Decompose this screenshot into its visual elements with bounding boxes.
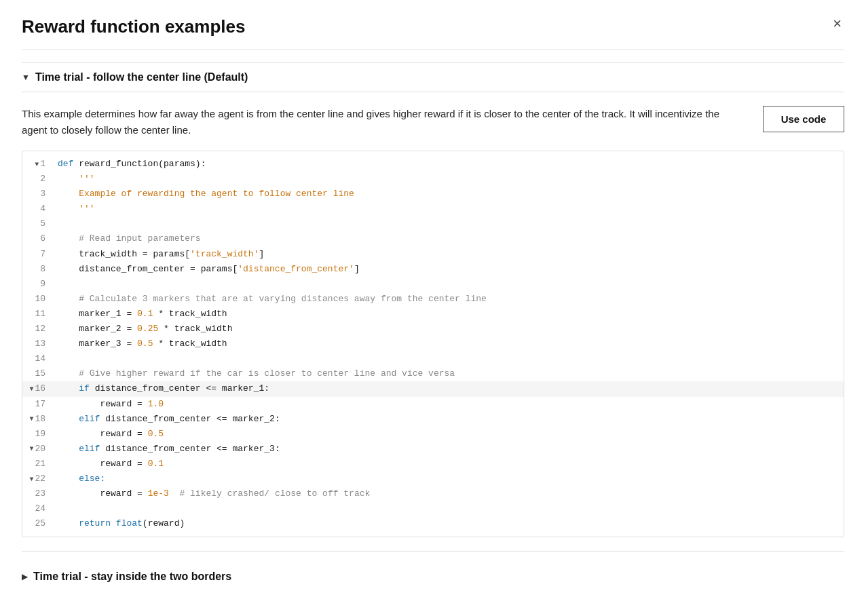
- line-num: 2: [22, 172, 52, 187]
- line-code: reward = 0.1: [52, 457, 844, 471]
- code-block: ▼1 def reward_function(params): 2 ''' 3: [22, 151, 844, 537]
- line-num: 24: [22, 501, 52, 516]
- section-2-header[interactable]: ▶ Time trial - stay inside the two borde…: [22, 562, 844, 583]
- arrow-icon: ▼: [35, 159, 39, 170]
- table-row: ▼18 elif distance_from_center <= marker_…: [22, 412, 844, 427]
- line-code: [52, 501, 844, 516]
- line-code: # Give higher reward if the car is close…: [52, 366, 844, 381]
- arrow-icon: ▼: [29, 413, 33, 425]
- table-row: 3 Example of rewarding the agent to foll…: [22, 187, 844, 201]
- table-row: ▼16 if distance_from_center <= marker_1:: [22, 381, 844, 396]
- line-num: 17: [22, 397, 52, 412]
- line-code: Example of rewarding the agent to follow…: [52, 187, 844, 201]
- line-code: marker_3 = 0.5 * track_width: [52, 336, 844, 351]
- line-num: 21: [22, 457, 52, 471]
- table-row: 19 reward = 0.5: [22, 427, 844, 442]
- table-row: 4 ''': [22, 201, 844, 216]
- table-row: 2 ''': [22, 172, 844, 187]
- line-code: reward = 1.0: [52, 397, 844, 412]
- line-num: 12: [22, 322, 52, 336]
- arrow-icon: ▼: [29, 474, 33, 485]
- close-button[interactable]: ×: [830, 16, 844, 31]
- table-row: 21 reward = 0.1: [22, 457, 844, 471]
- table-row: 11 marker_1 = 0.1 * track_width: [22, 307, 844, 322]
- line-num: 14: [22, 351, 52, 366]
- line-num: 6: [22, 231, 52, 246]
- line-num: ▼22: [22, 471, 52, 486]
- line-num: 25: [22, 516, 52, 531]
- line-num: 9: [22, 277, 52, 292]
- line-num: 10: [22, 292, 52, 307]
- line-code: [52, 216, 844, 231]
- description-row: This example determines how far away the…: [22, 106, 844, 138]
- table-row: 5: [22, 216, 844, 231]
- line-code: reward = 1e-3 # likely crashed/ close to…: [52, 486, 844, 501]
- line-num: ▼20: [22, 442, 52, 457]
- section-2: ▶ Time trial - stay inside the two borde…: [22, 551, 844, 583]
- table-row: 10 # Calculate 3 markers that are at var…: [22, 292, 844, 307]
- table-row: 6 # Read input parameters: [22, 231, 844, 246]
- description-text: This example determines how far away the…: [22, 106, 747, 138]
- line-num: 8: [22, 262, 52, 277]
- line-num: ▼1: [22, 157, 52, 172]
- section-1-content: This example determines how far away the…: [22, 92, 844, 545]
- table-row: 9: [22, 277, 844, 292]
- line-code: [52, 351, 844, 366]
- line-code: def reward_function(params):: [52, 157, 844, 172]
- arrow-icon: ▼: [29, 443, 33, 455]
- section-1: ▼ Time trial - follow the center line (D…: [22, 62, 844, 545]
- table-row: 14: [22, 351, 844, 366]
- table-row: 7 track_width = params['track_width']: [22, 247, 844, 262]
- code-table: ▼1 def reward_function(params): 2 ''' 3: [22, 157, 844, 531]
- line-num: ▼18: [22, 412, 52, 427]
- line-code: elif distance_from_center <= marker_3:: [52, 442, 844, 457]
- section-2-title: Time trial - stay inside the two borders: [33, 571, 231, 583]
- section-1-title: Time trial - follow the center line (Def…: [35, 71, 248, 83]
- table-row: ▼1 def reward_function(params):: [22, 157, 844, 172]
- line-code: ''': [52, 201, 844, 216]
- table-row: 23 reward = 1e-3 # likely crashed/ close…: [22, 486, 844, 501]
- line-code: # Calculate 3 markers that are at varyin…: [52, 292, 844, 307]
- line-code: else:: [52, 471, 844, 486]
- table-row: 12 marker_2 = 0.25 * track_width: [22, 322, 844, 336]
- line-num: 4: [22, 201, 52, 216]
- section-1-header[interactable]: ▼ Time trial - follow the center line (D…: [22, 62, 844, 92]
- line-num: 7: [22, 247, 52, 262]
- line-num: 15: [22, 366, 52, 381]
- line-num: 19: [22, 427, 52, 442]
- modal-title: Reward function examples: [22, 16, 245, 37]
- line-code: reward = 0.5: [52, 427, 844, 442]
- table-row: ▼22 else:: [22, 471, 844, 486]
- table-row: ▼20 elif distance_from_center <= marker_…: [22, 442, 844, 457]
- chevron-down-icon: ▼: [22, 73, 30, 82]
- line-code: elif distance_from_center <= marker_2:: [52, 412, 844, 427]
- table-row: 24: [22, 501, 844, 516]
- arrow-icon: ▼: [29, 383, 33, 395]
- line-code: marker_2 = 0.25 * track_width: [52, 322, 844, 336]
- table-row: 8 distance_from_center = params['distanc…: [22, 262, 844, 277]
- line-code: # Read input parameters: [52, 231, 844, 246]
- table-row: 15 # Give higher reward if the car is cl…: [22, 366, 844, 381]
- line-code: track_width = params['track_width']: [52, 247, 844, 262]
- table-row: 17 reward = 1.0: [22, 397, 844, 412]
- line-code: return float(reward): [52, 516, 844, 531]
- line-code: marker_1 = 0.1 * track_width: [52, 307, 844, 322]
- modal-header: Reward function examples ×: [22, 16, 844, 50]
- line-num: 23: [22, 486, 52, 501]
- table-row: 25 return float(reward): [22, 516, 844, 531]
- line-code: ''': [52, 172, 844, 187]
- line-code: if distance_from_center <= marker_1:: [52, 381, 844, 396]
- line-num: 11: [22, 307, 52, 322]
- table-row: 13 marker_3 = 0.5 * track_width: [22, 336, 844, 351]
- modal-container: Reward function examples × ▼ Time trial …: [0, 0, 866, 616]
- chevron-right-icon: ▶: [22, 572, 28, 581]
- line-code: [52, 277, 844, 292]
- line-num: 3: [22, 187, 52, 201]
- use-code-button[interactable]: Use code: [763, 106, 844, 132]
- line-num: 13: [22, 336, 52, 351]
- line-num: 5: [22, 216, 52, 231]
- line-num: ▼16: [22, 381, 52, 396]
- line-code: distance_from_center = params['distance_…: [52, 262, 844, 277]
